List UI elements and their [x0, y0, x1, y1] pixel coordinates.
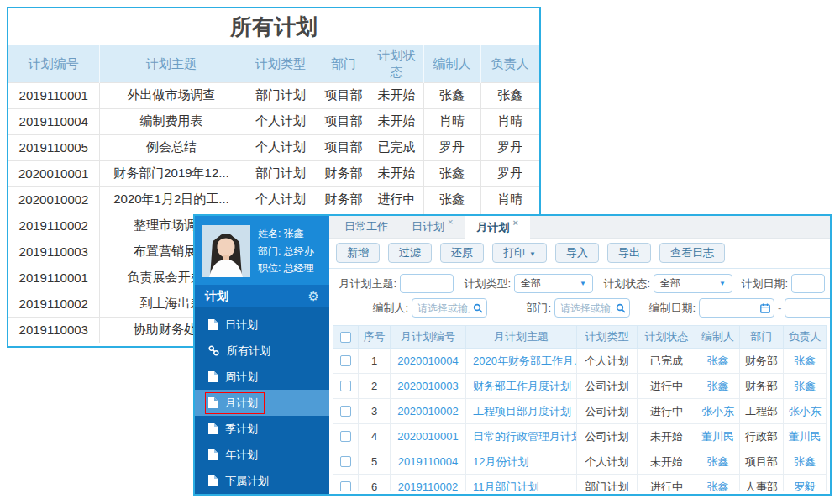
cell-plan-id: 2019110002 [8, 213, 99, 239]
subject-filter-label: 月计划主题: [336, 276, 396, 291]
col-dept: 部门 [318, 45, 370, 82]
table-row[interactable]: 2 2020010003 财务部工作月度计划 公司计划 进行中 张鑫 财务部 张… [333, 374, 827, 399]
cell-plan-status: 进行中 [370, 186, 423, 213]
export-button[interactable]: 导出 [607, 243, 651, 263]
cell-plan-status: 未开始 [638, 424, 696, 449]
table-row[interactable]: 3 2020010002 工程项目部月度计划 公司计划 进行中 张小东 工程部 … [333, 399, 827, 424]
table-row[interactable]: 5 2019110004 12月份计划 个人计划 未开始 张鑫 项目部 张鑫 [333, 449, 827, 475]
gear-icon[interactable]: ⚙ [308, 289, 319, 304]
cell-plan-type: 个人计划 [577, 449, 638, 475]
print-button[interactable]: 打印▼ [492, 243, 547, 263]
sidebar-item-daily-plan[interactable]: 日计划 [195, 312, 329, 338]
table-row[interactable]: 6 2019110002 11月部门计划 部门计划 进行中 张鑫 人事部 罗毅 [333, 475, 827, 491]
filter-button[interactable]: 过滤 [388, 243, 432, 263]
row-checkbox[interactable] [340, 431, 351, 442]
row-checkbox[interactable] [340, 381, 351, 391]
sidebar-item-quarterly-plan[interactable]: 季计划 [195, 416, 329, 442]
table-row[interactable]: 1 2020010004 2020年财务部工作月... 个人计划 已完成 张鑫 … [333, 349, 827, 374]
table-row[interactable]: 2019110001 外出做市场调查 部门计划 项目部 未开始 张鑫 张鑫 [8, 82, 539, 108]
subject-filter-input[interactable] [400, 274, 454, 293]
cell-owner[interactable]: 董川民 [784, 424, 827, 449]
cell-owner[interactable]: 张鑫 [784, 374, 827, 399]
avatar [202, 225, 250, 277]
sidebar-item-yearly-plan[interactable]: 年计划 [195, 442, 329, 468]
cell-creator[interactable]: 张鑫 [696, 475, 740, 491]
cell-monthly-plan-subject[interactable]: 11月部门计划 [466, 475, 577, 491]
section-title: 计划 [205, 289, 228, 304]
cell-monthly-plan-id[interactable]: 2020010001 [391, 424, 466, 449]
cell-monthly-plan-id[interactable]: 2020010003 [391, 374, 466, 399]
cell-owner[interactable]: 张鑫 [784, 449, 827, 475]
cell-monthly-plan-id[interactable]: 2020010004 [391, 349, 466, 374]
caret-down-icon: ▼ [529, 250, 536, 258]
close-icon[interactable]: × [512, 218, 517, 228]
table-row[interactable]: 2020010001 财务部门2019年12... 部门计划 财务部 未开始 张… [8, 160, 539, 186]
row-checkbox[interactable] [340, 481, 351, 491]
select-all-checkbox[interactable] [340, 332, 351, 343]
cell-plan-status: 进行中 [638, 475, 696, 491]
table-row[interactable]: 2019110004 编制费用表 个人计划 项目部 未开始 肖晴 肖晴 [8, 108, 539, 134]
cell-num: 6 [359, 475, 391, 491]
row-checkbox[interactable] [340, 456, 351, 467]
col-monthly-plan-subject: 月计划主题 [466, 326, 577, 349]
cell-monthly-plan-id[interactable]: 2019110002 [391, 475, 466, 491]
cell-owner[interactable]: 张小东 [784, 399, 827, 424]
cell-num: 3 [359, 399, 391, 424]
cell-monthly-plan-subject[interactable]: 2020年财务部工作月... [466, 349, 577, 374]
table-row[interactable]: 2019110005 例会总结 个人计划 项目部 已完成 罗丹 罗丹 [8, 134, 539, 160]
sidebar-item-subordinate-plan[interactable]: 下属计划 [195, 468, 329, 494]
sidebar-item-all-plans[interactable]: 所有计划 [195, 338, 329, 364]
file-icon [208, 397, 218, 408]
table-header-row: 序号 月计划编号 月计划主题 计划类型 计划状态 编制人 部门 负责人 [333, 326, 827, 349]
view-log-button[interactable]: 查看日志 [659, 243, 725, 263]
sidebar-section-plan: 计划 ⚙ [195, 285, 329, 307]
cell-creator[interactable]: 董川民 [696, 424, 740, 449]
reset-button[interactable]: 还原 [440, 243, 484, 263]
cell-creator[interactable]: 张鑫 [696, 349, 740, 374]
cell-creator[interactable]: 张小东 [696, 399, 740, 424]
table-row[interactable]: 2020010002 2020年1月2日的工... 个人计划 财务部 进行中 张… [8, 186, 539, 213]
cell-plan-id: 2019110004 [8, 108, 99, 134]
cell-monthly-plan-id[interactable]: 2019110004 [391, 449, 466, 475]
cell-monthly-plan-subject[interactable]: 12月份计划 [466, 449, 577, 475]
cell-monthly-plan-subject[interactable]: 财务部工作月度计划 [466, 374, 577, 399]
sidebar-item-monthly-plan[interactable]: 月计划 [195, 390, 329, 416]
status-filter-label: 计划状态: [596, 276, 650, 291]
row-checkbox[interactable] [340, 406, 351, 417]
plan-type-select[interactable]: 全部 ▼ [514, 274, 593, 293]
cell-creator[interactable]: 张鑫 [696, 374, 740, 399]
cell-monthly-plan-subject[interactable]: 日常的行政管理月计划 [466, 424, 577, 449]
cell-monthly-plan-id[interactable]: 2020010002 [391, 399, 466, 424]
col-dept: 部门 [740, 326, 784, 349]
create-date-end-input[interactable] [785, 298, 830, 318]
user-profile: 姓名: 张鑫 部门: 总经办 职位: 总经理 [195, 216, 329, 285]
cell-plan-type: 公司计划 [577, 399, 638, 424]
cell-plan-status: 进行中 [638, 399, 696, 424]
cell-dept: 项目部 [318, 134, 370, 160]
import-button[interactable]: 导入 [555, 243, 599, 263]
creator-filter-label: 编制人: [336, 301, 408, 316]
cell-owner: 肖晴 [480, 108, 539, 134]
tab-monthly-plan[interactable]: 月计划 × [465, 216, 529, 239]
cell-dept: 项目部 [318, 82, 370, 108]
plan-status-select[interactable]: 全部 ▼ [654, 274, 732, 293]
cell-dept: 项目部 [318, 108, 370, 134]
table-row[interactable]: 4 2020010001 日常的行政管理月计划 公司计划 未开始 董川民 行政部… [333, 424, 827, 449]
cell-owner[interactable]: 罗毅 [784, 475, 827, 491]
cell-owner[interactable]: 张鑫 [784, 349, 827, 374]
cell-plan-status: 未开始 [370, 160, 423, 186]
close-icon[interactable]: × [448, 217, 453, 227]
search-icon [616, 303, 626, 313]
tab-daily-work[interactable]: 日常工作 [333, 216, 400, 238]
cell-monthly-plan-subject[interactable]: 工程项目部月度计划 [466, 399, 577, 424]
profile-name: 姓名: 张鑫 [258, 227, 314, 241]
cell-plan-id: 2019110005 [8, 134, 99, 160]
cell-creator[interactable]: 张鑫 [696, 449, 740, 475]
row-checkbox[interactable] [340, 355, 351, 366]
cell-plan-status: 未开始 [638, 449, 696, 475]
add-button[interactable]: 新增 [336, 243, 380, 263]
date-range-dash: - [778, 302, 781, 314]
tab-daily-plan[interactable]: 日计划 × [400, 216, 465, 238]
plan-date-input[interactable] [791, 274, 825, 293]
sidebar-item-weekly-plan[interactable]: 周计划 [195, 364, 329, 390]
